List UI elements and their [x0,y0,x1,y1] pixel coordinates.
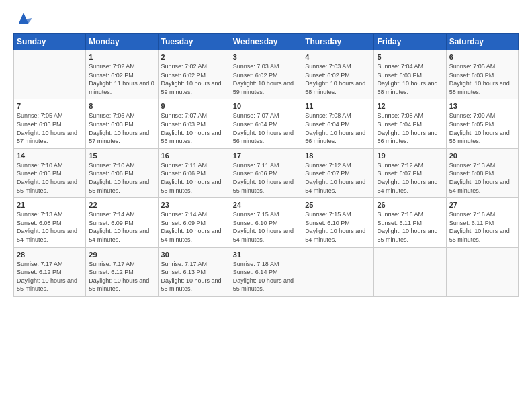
day-number: 16 [161,152,227,160]
weekday-header-row: SundayMondayTuesdayWednesdayThursdayFrid… [14,34,519,50]
day-number: 2 [161,53,227,61]
day-info: Sunrise: 7:16 AM Sunset: 6:11 PM Dayligh… [377,210,443,244]
day-number: 25 [305,201,371,209]
calendar-cell: 8Sunrise: 7:06 AM Sunset: 6:03 PM Daylig… [86,99,158,148]
logo [13,10,32,28]
calendar-cell: 12Sunrise: 7:08 AM Sunset: 6:04 PM Dayli… [374,99,446,148]
calendar-cell: 4Sunrise: 7:03 AM Sunset: 6:02 PM Daylig… [302,50,374,99]
calendar-table: SundayMondayTuesdayWednesdayThursdayFrid… [13,33,519,297]
calendar-cell: 14Sunrise: 7:10 AM Sunset: 6:05 PM Dayli… [14,148,86,197]
logo-icon [15,10,32,28]
calendar-cell: 2Sunrise: 7:02 AM Sunset: 6:02 PM Daylig… [158,50,230,99]
calendar-cell: 30Sunrise: 7:17 AM Sunset: 6:13 PM Dayli… [158,247,230,296]
calendar-cell: 13Sunrise: 7:09 AM Sunset: 6:05 PM Dayli… [446,99,518,148]
weekday-header-thursday: Thursday [302,34,374,50]
weekday-header-friday: Friday [374,34,446,50]
calendar-cell: 28Sunrise: 7:17 AM Sunset: 6:12 PM Dayli… [14,247,86,296]
day-number: 7 [17,102,83,110]
day-info: Sunrise: 7:09 AM Sunset: 6:05 PM Dayligh… [449,111,515,145]
day-number: 23 [161,201,227,209]
calendar-cell: 25Sunrise: 7:15 AM Sunset: 6:10 PM Dayli… [302,198,374,247]
day-info: Sunrise: 7:13 AM Sunset: 6:08 PM Dayligh… [449,161,515,195]
calendar-cell: 7Sunrise: 7:05 AM Sunset: 6:03 PM Daylig… [14,99,86,148]
day-info: Sunrise: 7:17 AM Sunset: 6:13 PM Dayligh… [161,260,227,293]
header-row [13,10,519,28]
calendar-cell [374,247,446,296]
day-info: Sunrise: 7:03 AM Sunset: 6:02 PM Dayligh… [233,62,299,96]
day-info: Sunrise: 7:18 AM Sunset: 6:14 PM Dayligh… [233,260,299,293]
day-info: Sunrise: 7:08 AM Sunset: 6:04 PM Dayligh… [305,111,371,145]
day-info: Sunrise: 7:03 AM Sunset: 6:02 PM Dayligh… [305,62,371,96]
week-row-4: 21Sunrise: 7:13 AM Sunset: 6:08 PM Dayli… [14,198,519,247]
day-number: 26 [377,201,443,209]
week-row-3: 14Sunrise: 7:10 AM Sunset: 6:05 PM Dayli… [14,148,519,197]
calendar-cell: 22Sunrise: 7:14 AM Sunset: 6:09 PM Dayli… [86,198,158,247]
calendar-cell: 18Sunrise: 7:12 AM Sunset: 6:07 PM Dayli… [302,148,374,197]
day-number: 1 [89,53,154,61]
main-container: SundayMondayTuesdayWednesdayThursdayFrid… [0,0,532,304]
calendar-cell: 29Sunrise: 7:17 AM Sunset: 6:12 PM Dayli… [86,247,158,296]
calendar-cell: 1Sunrise: 7:02 AM Sunset: 6:02 PM Daylig… [86,50,158,99]
week-row-5: 28Sunrise: 7:17 AM Sunset: 6:12 PM Dayli… [14,247,519,296]
calendar-cell [302,247,374,296]
day-info: Sunrise: 7:17 AM Sunset: 6:12 PM Dayligh… [17,260,83,293]
day-info: Sunrise: 7:06 AM Sunset: 6:03 PM Dayligh… [89,111,154,145]
day-number: 29 [89,250,154,259]
day-info: Sunrise: 7:04 AM Sunset: 6:03 PM Dayligh… [377,62,443,96]
day-number: 31 [233,250,299,259]
day-number: 18 [305,152,371,160]
day-number: 24 [233,201,299,209]
week-row-2: 7Sunrise: 7:05 AM Sunset: 6:03 PM Daylig… [14,99,519,148]
day-number: 10 [233,102,299,110]
calendar-cell: 16Sunrise: 7:11 AM Sunset: 6:06 PM Dayli… [158,148,230,197]
day-number: 19 [377,152,443,160]
day-number: 4 [305,53,371,61]
day-number: 22 [89,201,154,209]
weekday-header-sunday: Sunday [14,34,86,50]
day-number: 11 [305,102,371,110]
calendar-cell: 20Sunrise: 7:13 AM Sunset: 6:08 PM Dayli… [446,148,518,197]
day-info: Sunrise: 7:16 AM Sunset: 6:11 PM Dayligh… [449,210,515,244]
weekday-header-monday: Monday [86,34,158,50]
calendar-cell: 17Sunrise: 7:11 AM Sunset: 6:06 PM Dayli… [230,148,302,197]
day-info: Sunrise: 7:17 AM Sunset: 6:12 PM Dayligh… [89,260,154,293]
calendar-cell: 6Sunrise: 7:05 AM Sunset: 6:03 PM Daylig… [446,50,518,99]
calendar-cell: 9Sunrise: 7:07 AM Sunset: 6:03 PM Daylig… [158,99,230,148]
calendar-cell: 19Sunrise: 7:12 AM Sunset: 6:07 PM Dayli… [374,148,446,197]
calendar-cell: 26Sunrise: 7:16 AM Sunset: 6:11 PM Dayli… [374,198,446,247]
day-info: Sunrise: 7:14 AM Sunset: 6:09 PM Dayligh… [89,210,154,244]
day-number: 13 [449,102,515,110]
calendar-cell: 23Sunrise: 7:14 AM Sunset: 6:09 PM Dayli… [158,198,230,247]
day-info: Sunrise: 7:10 AM Sunset: 6:05 PM Dayligh… [17,161,83,195]
day-number: 14 [17,152,83,160]
day-info: Sunrise: 7:05 AM Sunset: 6:03 PM Dayligh… [17,111,83,145]
day-info: Sunrise: 7:12 AM Sunset: 6:07 PM Dayligh… [305,161,371,195]
day-info: Sunrise: 7:15 AM Sunset: 6:10 PM Dayligh… [305,210,371,244]
day-number: 28 [17,250,83,259]
day-info: Sunrise: 7:05 AM Sunset: 6:03 PM Dayligh… [449,62,515,96]
calendar-cell: 5Sunrise: 7:04 AM Sunset: 6:03 PM Daylig… [374,50,446,99]
day-number: 20 [449,152,515,160]
day-number: 21 [17,201,83,209]
week-row-1: 1Sunrise: 7:02 AM Sunset: 6:02 PM Daylig… [14,50,519,99]
calendar-cell: 10Sunrise: 7:07 AM Sunset: 6:04 PM Dayli… [230,99,302,148]
calendar-cell: 15Sunrise: 7:10 AM Sunset: 6:06 PM Dayli… [86,148,158,197]
day-info: Sunrise: 7:02 AM Sunset: 6:02 PM Dayligh… [161,62,227,96]
weekday-header-tuesday: Tuesday [158,34,230,50]
day-number: 17 [233,152,299,160]
calendar-cell: 11Sunrise: 7:08 AM Sunset: 6:04 PM Dayli… [302,99,374,148]
day-number: 6 [449,53,515,61]
day-info: Sunrise: 7:11 AM Sunset: 6:06 PM Dayligh… [233,161,299,195]
day-info: Sunrise: 7:02 AM Sunset: 6:02 PM Dayligh… [89,62,154,96]
day-info: Sunrise: 7:14 AM Sunset: 6:09 PM Dayligh… [161,210,227,244]
calendar-cell: 27Sunrise: 7:16 AM Sunset: 6:11 PM Dayli… [446,198,518,247]
calendar-cell: 3Sunrise: 7:03 AM Sunset: 6:02 PM Daylig… [230,50,302,99]
day-info: Sunrise: 7:11 AM Sunset: 6:06 PM Dayligh… [161,161,227,195]
day-number: 30 [161,250,227,259]
day-number: 27 [449,201,515,209]
day-number: 15 [89,152,154,160]
weekday-header-wednesday: Wednesday [230,34,302,50]
logo-text [13,10,32,28]
day-info: Sunrise: 7:07 AM Sunset: 6:03 PM Dayligh… [161,111,227,145]
calendar-cell: 24Sunrise: 7:15 AM Sunset: 6:10 PM Dayli… [230,198,302,247]
